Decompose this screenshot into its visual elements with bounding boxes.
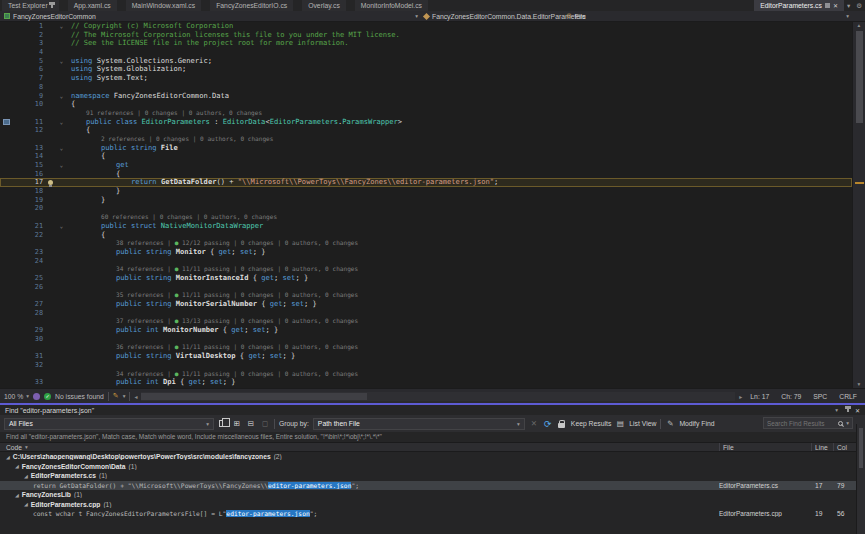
action-margin [44, 170, 56, 179]
tab-test-explorer[interactable]: Test Explorer [2, 0, 59, 11]
find-result-row[interactable]: const wchar_t FancyZonesEditorParameters… [0, 509, 865, 519]
group-by-select[interactable]: Path then File ▾ [313, 418, 525, 430]
tab-fancyzoneseditorio-cs[interactable]: FancyZonesEditorIO.cs [210, 0, 293, 11]
code-text [67, 257, 852, 266]
fold-arrow-icon[interactable]: ⌄ [56, 118, 67, 127]
code-text: } [67, 196, 852, 205]
scrollbar-thumb[interactable] [141, 393, 367, 400]
fold-arrow-icon[interactable]: ⌄ [56, 22, 67, 31]
pin-icon[interactable] [847, 408, 849, 412]
zoom-select[interactable]: 100 % ▾ [4, 393, 29, 400]
lightbulb-icon[interactable] [48, 180, 53, 185]
file-column-header[interactable]: File [719, 443, 811, 451]
line-number: 3 [22, 39, 44, 48]
action-margin [44, 22, 56, 31]
code-column-header[interactable]: Code [6, 444, 22, 451]
tab-overlay-cs[interactable]: Overlay.cs [302, 0, 346, 11]
search-find-results-box[interactable]: ▾ [763, 417, 853, 429]
glyph-margin [0, 31, 22, 40]
action-margin [44, 57, 56, 66]
search-find-results-input[interactable] [767, 420, 835, 427]
find-group-row[interactable]: ◢C:\Users\zhaopengwang\Desktop\powertoys… [0, 452, 865, 462]
modify-find-icon[interactable]: ✎ [665, 418, 675, 429]
margin-glyph-icon[interactable] [3, 119, 10, 125]
find-result-row[interactable]: return GetDataFolder() + "\\Microsoft\\P… [0, 481, 865, 491]
result-file: EditorParameters.cpp [719, 510, 811, 517]
code-line: 28 [0, 309, 852, 318]
sync-icon[interactable] [33, 393, 40, 400]
glyph-margin [0, 65, 22, 74]
result-line: 19 [811, 510, 833, 517]
tab-mainwindow-xaml-cs[interactable]: MainWindow.xaml.cs [126, 0, 201, 11]
lock-icon[interactable] [557, 418, 567, 429]
zoom-value: 100 % [4, 393, 23, 400]
find-group-row[interactable]: ◢FancyZonesEditorCommon\Data(1) [0, 462, 865, 472]
row-content: ◢EditorParameters.cpp(1) [0, 501, 719, 508]
issues-label[interactable]: No issues found [55, 393, 104, 400]
close-icon[interactable]: ✕ [855, 407, 860, 414]
expander-icon[interactable]: ◢ [24, 473, 28, 479]
line-number: 21 [22, 222, 44, 231]
find-group-row[interactable]: ◢EditorParameters.cs(1) [0, 471, 865, 481]
code-text: { [67, 126, 852, 135]
fold-arrow-icon[interactable]: ⌄ [56, 92, 67, 101]
fold-margin [56, 65, 67, 74]
list-view-icon[interactable]: ▤ [615, 418, 625, 429]
editor-horizontal-scrollbar[interactable] [141, 392, 735, 401]
line-number [22, 291, 44, 300]
eol-indicator[interactable]: CRLF [835, 393, 861, 400]
editor-vertical-scrollbar[interactable]: ▴ ▾ [852, 22, 865, 388]
close-icon[interactable]: ✕ [833, 2, 838, 9]
tab-editorparameters[interactable]: EditorParameters.cs ✕ [754, 0, 844, 11]
copy-icon[interactable] [218, 418, 228, 429]
scroll-up-icon[interactable]: ▴ [853, 22, 865, 29]
modify-find-label[interactable]: Modify Find [679, 420, 714, 427]
col-column-header[interactable]: Col [833, 443, 856, 451]
chevron-down-icon[interactable]: ▾ [835, 407, 838, 413]
tab-monitorinfomodel-cs[interactable]: MonitorInfoModel.cs [355, 0, 428, 11]
find-scrollbar[interactable] [856, 424, 865, 534]
find-group-row[interactable]: ◢EditorParameters.cpp(1) [0, 500, 865, 510]
expander-icon[interactable]: ◢ [15, 463, 19, 469]
line-column-header[interactable]: Line [811, 443, 833, 451]
member-dropdown[interactable]: ⚙ File ▾ [562, 11, 865, 21]
code-line: 3// See the LICENSE file in the project … [0, 39, 852, 48]
find-panel-title-bar[interactable]: Find "editor-parameters.json" ▾ ✕ [0, 405, 865, 415]
cancel-icon[interactable]: ✕ [529, 418, 539, 429]
expand-all-icon[interactable]: ⊞ [232, 418, 242, 429]
scrollbar-thumb[interactable] [856, 31, 863, 123]
expander-icon[interactable]: ◢ [6, 454, 10, 460]
project-dropdown[interactable]: FancyZonesEditorCommon ▾ [0, 11, 420, 21]
fold-arrow-icon[interactable]: ⌄ [56, 161, 67, 170]
scroll-right-icon[interactable]: ▸ [739, 393, 742, 400]
scope-select[interactable]: All Files ▾ [4, 418, 214, 430]
space-mode-indicator[interactable]: SPC [809, 393, 831, 400]
chevron-down-icon[interactable]: ▾ [844, 0, 853, 11]
fold-arrow-icon[interactable]: ⌄ [56, 144, 67, 153]
refresh-icon[interactable]: ⟳ [543, 418, 553, 429]
line-number [22, 239, 44, 248]
row-content: ◢FancyZonesLib(1) [0, 491, 719, 498]
pencil-icon[interactable]: ✎ [113, 392, 119, 400]
type-dropdown[interactable]: FancyZonesEditorCommon.Data.EditorParame… [420, 11, 562, 21]
editor[interactable]: 1⌄// Copyright (c) Microsoft Corporation… [0, 22, 865, 388]
line-number: 15 [22, 161, 44, 170]
collapse-all-icon[interactable]: ⊟ [246, 418, 256, 429]
code-line: 32 [0, 361, 852, 370]
chevron-down-icon: ▾ [517, 421, 520, 427]
chevron-down-icon[interactable]: ▾ [123, 393, 126, 399]
scroll-down-icon[interactable]: ▾ [853, 381, 865, 388]
clear-results-icon[interactable]: ◻ [260, 418, 270, 429]
gear-icon[interactable]: ⚙ [853, 0, 865, 11]
expander-icon[interactable]: ◢ [24, 501, 28, 507]
list-view-label[interactable]: List View [629, 420, 656, 427]
keep-results-label[interactable]: Keep Results [571, 420, 611, 427]
fold-margin [56, 170, 67, 179]
expander-icon[interactable]: ◢ [15, 492, 19, 498]
fold-arrow-icon[interactable]: ⌄ [56, 222, 67, 231]
chevron-down-icon[interactable]: ▾ [846, 420, 849, 426]
find-group-row[interactable]: ◢FancyZonesLib(1) [0, 490, 865, 500]
tab-app-xaml-cs[interactable]: App.xaml.cs [68, 0, 117, 11]
fold-arrow-icon[interactable]: ⌄ [56, 57, 67, 66]
scroll-left-icon[interactable]: ◂ [134, 393, 137, 400]
